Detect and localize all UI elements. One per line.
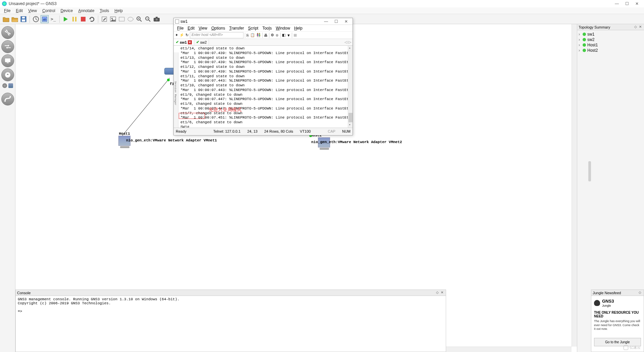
- terminal-body[interactable]: Session Manager et1/14, changed state to…: [174, 46, 353, 128]
- filter-icon[interactable]: ▼: [287, 33, 290, 37]
- term-menu-edit[interactable]: Edit: [185, 26, 197, 31]
- draw-rectangle-icon[interactable]: [118, 15, 126, 23]
- session-manager-tab[interactable]: Session Manager: [174, 52, 178, 128]
- screenshot-icon[interactable]: [153, 15, 161, 23]
- maximize-button[interactable]: ☐: [622, 0, 632, 7]
- session-options-icon[interactable]: ⛭: [275, 33, 279, 37]
- terminal-output: et1/14, changed state to down *Mar 1 00:…: [179, 46, 353, 128]
- tree-item-sw1[interactable]: ›sw1: [579, 32, 643, 37]
- terminal-minimize-button[interactable]: —: [321, 18, 331, 25]
- open-project-icon[interactable]: [11, 15, 19, 23]
- insert-picture-icon[interactable]: [109, 15, 117, 23]
- save-project-icon[interactable]: [19, 15, 28, 23]
- panel-close-icon[interactable]: ✕: [638, 25, 643, 30]
- help-icon[interactable]: ▦: [293, 33, 297, 37]
- terminal-maximize-button[interactable]: ☐: [331, 18, 341, 25]
- menu-edit[interactable]: Edit: [13, 8, 25, 14]
- end-devices-icon[interactable]: [1, 54, 14, 67]
- tab-close-icon[interactable]: ✕: [188, 40, 192, 44]
- status-connection: Telnet: 127.0.0.1: [213, 129, 240, 133]
- find-icon[interactable]: 👫: [256, 33, 261, 37]
- panel-undock-icon[interactable]: ◇: [435, 291, 440, 295]
- menu-tools[interactable]: Tools: [97, 8, 112, 14]
- annotation-text: 先进入全局模式: [209, 107, 241, 113]
- tab-nav: ◁ ▷: [344, 40, 351, 44]
- new-project-icon[interactable]: [2, 15, 10, 23]
- browse-devices-icon[interactable]: [8, 83, 13, 88]
- console-title: Console: [17, 291, 31, 295]
- svg-line-24: [120, 78, 170, 138]
- console-header: Console ◇ ✕: [16, 290, 446, 296]
- add-note-icon[interactable]: [100, 15, 108, 23]
- draw-ellipse-icon[interactable]: [126, 15, 135, 23]
- tree-item-host2[interactable]: ›Host2: [579, 48, 643, 53]
- page-scroll-indicator[interactable]: [588, 161, 591, 181]
- status-cursor-pos: 24, 13: [247, 129, 258, 133]
- term-menu-transfer[interactable]: Transfer: [227, 26, 246, 31]
- pause-all-icon[interactable]: [70, 15, 78, 23]
- tab-next-icon[interactable]: ▷: [348, 40, 351, 44]
- start-all-icon[interactable]: [62, 15, 70, 23]
- stop-all-icon[interactable]: [79, 15, 87, 23]
- term-menu-view[interactable]: View: [197, 26, 209, 31]
- term-menu-tools[interactable]: Tools: [260, 26, 274, 31]
- show-interface-labels-icon[interactable]: ab: [41, 15, 49, 23]
- host-input[interactable]: Enter host <Alt+R>: [190, 32, 244, 38]
- term-menu-file[interactable]: File: [175, 26, 185, 31]
- print-icon[interactable]: 🖶: [264, 33, 268, 37]
- menu-device[interactable]: Device: [58, 8, 76, 14]
- console-output[interactable]: GNS3 management console. Running GNS3 ve…: [16, 296, 446, 315]
- svg-point-19: [156, 18, 158, 20]
- terminal-tab-sw1[interactable]: ✔ sw1 ✕: [174, 39, 194, 45]
- minimize-button[interactable]: —: [612, 0, 622, 7]
- menu-file[interactable]: File: [1, 8, 13, 14]
- menu-help[interactable]: Help: [112, 8, 125, 14]
- zoom-in-icon[interactable]: [135, 15, 143, 23]
- svg-rect-21: [7, 62, 9, 63]
- snapshot-icon[interactable]: [32, 15, 40, 23]
- terminal-menu-bar: File Edit View Options Transfer Script T…: [174, 25, 353, 32]
- term-menu-options[interactable]: Options: [209, 26, 227, 31]
- term-menu-window[interactable]: Window: [274, 26, 292, 31]
- newsfeed-text: The Jungle has everything you will ever …: [594, 319, 641, 331]
- toggle-icon[interactable]: ◧: [282, 33, 285, 37]
- paste-icon[interactable]: 📋: [250, 33, 255, 37]
- add-link-icon[interactable]: [1, 93, 14, 105]
- menu-view[interactable]: View: [25, 8, 40, 14]
- all-devices-icon[interactable]: [2, 83, 7, 88]
- switches-icon[interactable]: [1, 40, 14, 53]
- reload-all-icon[interactable]: [88, 15, 96, 23]
- newsfeed-brand-sub: Jungle: [602, 304, 611, 307]
- tab-prev-icon[interactable]: ◁: [344, 40, 347, 44]
- canvas-scrollbar-vertical[interactable]: [572, 24, 577, 347]
- close-button[interactable]: ✕: [632, 0, 642, 7]
- term-menu-script[interactable]: Script: [246, 26, 261, 31]
- tree-item-host1[interactable]: ›Host1: [579, 42, 643, 48]
- terminal-scrollbar[interactable]: ▴ ▾: [348, 46, 353, 128]
- security-devices-icon[interactable]: [1, 69, 14, 81]
- menu-control[interactable]: Control: [40, 8, 58, 14]
- newsfeed-logo: GNS3 Jungle: [594, 299, 641, 307]
- tree-item-sw2[interactable]: ›sw2: [579, 37, 643, 42]
- panel-close-icon[interactable]: ✕: [440, 291, 444, 295]
- terminal-title-bar[interactable]: sw1 — ☐ ✕: [174, 18, 353, 25]
- terminal-app-icon: [175, 19, 179, 24]
- terminal-close-button[interactable]: ✕: [341, 18, 351, 25]
- main-menu-bar: File Edit View Control Device Annotate T…: [0, 7, 644, 14]
- routers-icon[interactable]: [1, 26, 14, 39]
- options-icon[interactable]: ⚙: [271, 33, 274, 37]
- panel-undock-icon[interactable]: ◇: [633, 25, 638, 30]
- menu-annotate[interactable]: Annotate: [75, 8, 97, 14]
- terminal-tab-sw2[interactable]: ✔ sw2: [194, 39, 209, 45]
- zoom-out-icon[interactable]: [144, 15, 152, 23]
- panel-undock-icon[interactable]: ◇: [638, 291, 642, 295]
- reconnect-icon[interactable]: ⚡: [179, 33, 184, 37]
- tree-label: sw1: [587, 32, 594, 37]
- copy-icon[interactable]: ⎘: [247, 33, 249, 37]
- console-all-icon[interactable]: >_: [49, 15, 57, 23]
- newsfeed-title: Jungle Newsfeed: [593, 291, 621, 295]
- quick-connect-icon[interactable]: ✦: [175, 33, 178, 37]
- term-menu-help[interactable]: Help: [292, 26, 305, 31]
- disconnect-icon[interactable]: ↻: [185, 33, 189, 37]
- terminal-window[interactable]: sw1 — ☐ ✕ File Edit View Options Transfe…: [173, 18, 353, 135]
